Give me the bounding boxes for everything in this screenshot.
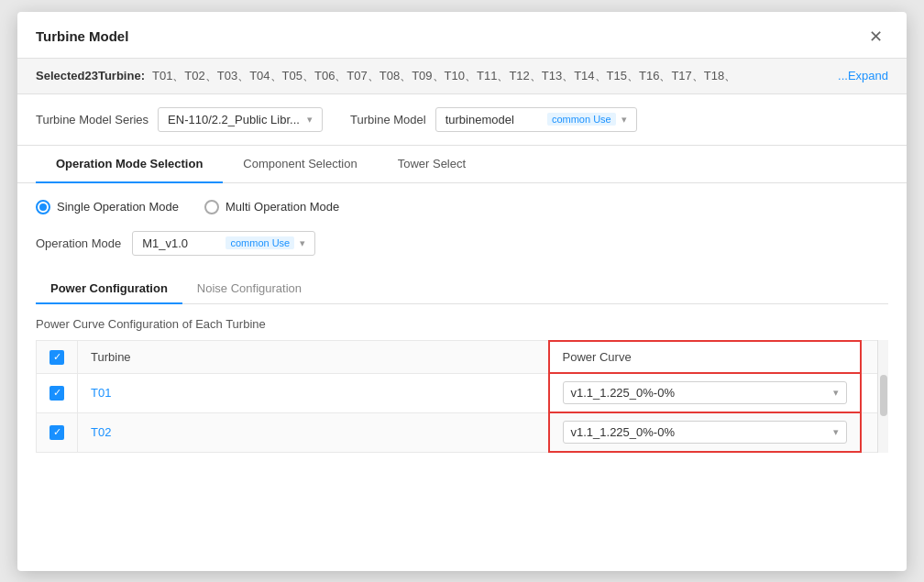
model-series-dropdown[interactable]: EN-110/2.2_Public Libr... ▾ [158, 107, 323, 132]
operation-mode-radio-group: Single Operation Mode Multi Operation Mo… [36, 200, 888, 214]
model-series-label: Turbine Model Series [36, 113, 148, 126]
tab-operation-mode[interactable]: Operation Mode Selection [36, 146, 223, 183]
operation-mode-tag: common Use [226, 236, 294, 249]
modal-title: Turbine Model [36, 28, 128, 44]
modal-header: Turbine Model ✕ [17, 12, 907, 59]
operation-mode-value: M1_v1.0 [142, 236, 220, 250]
multi-radio-indicator [204, 200, 219, 214]
row-t02-name[interactable]: T02 [91, 425, 111, 439]
model-series-value: EN-110/2.2_Public Libr... [168, 113, 302, 126]
turbine-model-field: Turbine Model turbinemodel common Use ▾ [350, 107, 637, 132]
sub-tab-noise[interactable]: Noise Configuration [182, 274, 316, 304]
row-t01-checkbox[interactable]: ✓ [50, 386, 64, 401]
tab-tower-select[interactable]: Tower Select [378, 146, 486, 183]
turbine-model-label: Turbine Model [350, 113, 426, 126]
content-area: Single Operation Mode Multi Operation Mo… [17, 183, 907, 470]
row-t02-checkbox[interactable]: ✓ [50, 425, 64, 440]
selected-turbines-label: Selected23Turbine: [36, 69, 145, 82]
model-series-caret: ▾ [307, 114, 313, 126]
model-series-field: Turbine Model Series EN-110/2.2_Public L… [36, 107, 323, 132]
table-row: ✓ T01 v1.1_1.225_0%-0% ▾ [37, 373, 888, 412]
multi-radio-label: Multi Operation Mode [226, 200, 339, 214]
single-operation-mode-radio[interactable]: Single Operation Mode [36, 200, 179, 214]
operation-mode-dropdown[interactable]: M1_v1.0 common Use ▾ [132, 231, 315, 256]
turbine-model-caret: ▾ [622, 114, 627, 126]
single-radio-indicator [36, 200, 50, 214]
col-power-curve-header: Power Curve [549, 341, 861, 374]
turbine-model-value: turbinemodel [446, 113, 542, 126]
operation-mode-label: Operation Mode [36, 236, 121, 250]
expand-link[interactable]: ...Expand [838, 69, 888, 82]
row-t02-power-curve-caret: ▾ [833, 426, 839, 438]
main-tabs: Operation Mode Selection Component Selec… [17, 146, 907, 183]
turbine-table-container: ✓ Turbine Power Curve ✓ T01 [36, 340, 888, 454]
sub-tab-power[interactable]: Power Configuration [36, 274, 182, 304]
turbine-table: ✓ Turbine Power Curve ✓ T01 [36, 340, 888, 454]
row-t01-name[interactable]: T01 [91, 386, 111, 400]
row-t01-power-curve-value: v1.1_1.225_0%-0% [571, 386, 828, 400]
close-button[interactable]: ✕ [864, 27, 888, 47]
single-radio-label: Single Operation Mode [57, 200, 179, 214]
row-t02-power-curve-value: v1.1_1.225_0%-0% [571, 425, 828, 439]
scrollbar-thumb [880, 375, 887, 416]
selected-turbines-bar: Selected23Turbine: T01、T02、T03、T04、T05、T… [17, 59, 907, 94]
operation-mode-row: Operation Mode M1_v1.0 common Use ▾ [36, 231, 888, 256]
power-curve-section-title: Power Curve Configuration of Each Turbin… [36, 317, 888, 331]
tab-component-selection[interactable]: Component Selection [223, 146, 377, 183]
turbine-model-dialog: Turbine Model ✕ Selected23Turbine: T01、T… [17, 12, 907, 571]
row-t02-power-curve-dropdown[interactable]: v1.1_1.225_0%-0% ▾ [563, 421, 847, 444]
turbine-model-tag: common Use [547, 113, 616, 126]
selected-turbines-list: T01、T02、T03、T04、T05、T06、T07、T08、T09、T10、… [152, 68, 830, 84]
row-t01-power-curve-dropdown[interactable]: v1.1_1.225_0%-0% ▾ [563, 381, 847, 404]
table-row: ✓ T02 v1.1_1.225_0%-0% ▾ [37, 412, 888, 452]
turbine-model-dropdown[interactable]: turbinemodel common Use ▾ [435, 107, 637, 132]
scrollbar-track[interactable] [877, 340, 888, 454]
col-turbine-header: Turbine [78, 341, 549, 374]
operation-mode-caret: ▾ [300, 237, 305, 249]
multi-operation-mode-radio[interactable]: Multi Operation Mode [204, 200, 339, 214]
row-t01-power-curve-caret: ▾ [833, 387, 839, 399]
sub-tabs: Power Configuration Noise Configuration [36, 274, 888, 304]
model-row: Turbine Model Series EN-110/2.2_Public L… [17, 94, 907, 146]
select-all-checkbox[interactable]: ✓ [50, 350, 64, 365]
